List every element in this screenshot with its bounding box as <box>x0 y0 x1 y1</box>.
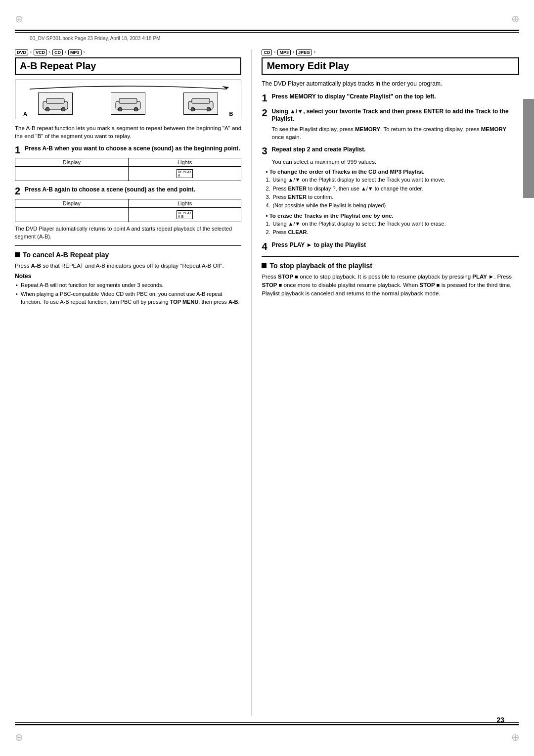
step-2-left: 2 Press A-B again to choose a scene (sou… <box>15 186 241 240</box>
svg-point-4 <box>61 107 65 111</box>
bullet1-item3: Press ENTER to confirm. <box>266 193 519 201</box>
corner-mark-tl: ⊕ <box>12 12 26 26</box>
corner-mark-br: ⊕ <box>508 730 522 744</box>
svg-rect-6 <box>119 98 137 103</box>
stop-section: To stop playback of the playlist Press S… <box>262 262 519 298</box>
badge-vcd: VCD <box>34 49 47 55</box>
badge-cd: CD <box>52 49 63 55</box>
note-2: When playing a PBC-compatible Video CD w… <box>15 290 241 306</box>
top-border <box>15 30 519 34</box>
black-square-icon <box>15 252 20 257</box>
rbadge-cd: CD <box>262 49 272 55</box>
car-image-3 <box>183 93 218 115</box>
right-format-badges: CD› MP3› JPEG› <box>262 49 519 55</box>
ab-repeat-title-box: A-B Repeat Play <box>15 57 241 75</box>
col-display-2: Display <box>15 199 129 207</box>
rstep2-body: To see the Playlist display, press MEMOR… <box>271 125 519 141</box>
ab-curve-arrow <box>25 83 231 90</box>
rstep4-title: Press PLAY ► to play the Playlist <box>271 241 366 249</box>
right-step-1: 1 Press MEMORY to display "Create Playli… <box>262 93 519 103</box>
notes-title: Notes <box>15 273 241 280</box>
car-image-2 <box>111 93 145 115</box>
stop-section-header: To stop playback of the playlist <box>262 262 519 270</box>
right-divider <box>262 256 519 257</box>
main-content: DVD› VCD› CD› MP3› A-B Repeat Play <box>15 49 519 716</box>
repeat-ab-badge: REPEATA-B <box>177 210 193 219</box>
right-intro: The DVD Player automatically plays track… <box>262 80 519 88</box>
svg-point-7 <box>118 107 122 111</box>
right-index-tab <box>523 99 534 198</box>
car-image-1 <box>38 93 73 115</box>
right-column: CD› MP3› JPEG› Memory Edit Play The DVD … <box>252 49 519 716</box>
bullet-section-1: • To change the order of Tracks in the C… <box>266 169 519 210</box>
stop-text: Press STOP ■ once to stop playback. It i… <box>262 273 519 298</box>
file-info: 00_DV-SP301.book Page 23 Friday, April 1… <box>30 36 160 41</box>
left-format-badges: DVD› VCD› CD› MP3› <box>15 49 241 55</box>
rstep1-num: 1 <box>262 93 269 103</box>
svg-rect-10 <box>192 98 210 103</box>
right-step-4: 4 Press PLAY ► to play the Playlist <box>262 241 519 251</box>
cancel-title: To cancel A-B Repeat play <box>23 251 109 259</box>
car-svg-1 <box>41 95 70 111</box>
car-svg-3 <box>186 95 216 111</box>
display-table-step2: Display Lights REPEATA-B <box>15 199 241 222</box>
divider-1 <box>15 245 241 246</box>
cancel-text: Press A-B so that REPEAT and A-B indicat… <box>15 262 241 270</box>
bullet2-title: • To erase the Tracks in the Playlist on… <box>266 213 519 219</box>
rstep2-num: 2 <box>262 108 269 118</box>
display-cell-2 <box>15 208 129 222</box>
rstep3-body: You can select a maximum of 999 values. <box>271 158 519 166</box>
bullet2-item2: Press CLEAR. <box>266 229 519 236</box>
ab-repeat-title: A-B Repeat Play <box>20 60 236 72</box>
label-b: B <box>229 111 233 117</box>
left-column: DVD› VCD› CD› MP3› A-B Repeat Play <box>15 49 252 716</box>
step2-note: The DVD Player automatically returns to … <box>15 225 241 240</box>
step1-title: Press A-B when you want to choose a scen… <box>25 145 240 153</box>
cancel-section-header: To cancel A-B Repeat play <box>15 251 241 259</box>
notes-section: Notes Repeat A-B will not function for s… <box>15 273 241 306</box>
step2-title: Press A-B again to choose a scene (sound… <box>25 186 195 194</box>
svg-point-12 <box>207 107 211 111</box>
ab-diagram: A B <box>15 80 241 119</box>
car-svg-2 <box>113 95 143 111</box>
lights-cell-2: REPEATA-B <box>129 208 241 222</box>
page-number: 23 <box>496 716 504 724</box>
bullet1-list: Using ▲/▼ on the Playlist display to sel… <box>266 176 519 210</box>
bullet1-item1: Using ▲/▼ on the Playlist display to sel… <box>266 176 519 184</box>
memory-edit-title: Memory Edit Play <box>267 60 514 72</box>
bullet-section-2: • To erase the Tracks in the Playlist on… <box>266 213 519 236</box>
stop-black-square <box>262 263 267 268</box>
rstep2-title: Using ▲/▼, select your favorite Track an… <box>271 108 519 123</box>
bullet2-list: Using ▲/▼ on the Playlist display to sel… <box>266 220 519 236</box>
ab-bold: A-B <box>31 263 41 269</box>
svg-point-8 <box>134 107 138 111</box>
rstep3-num: 3 <box>262 146 269 156</box>
repeat-a-badge: REPEATA <box>177 169 193 178</box>
lights-cell-1: REPEATA <box>129 167 241 181</box>
svg-rect-2 <box>46 98 64 103</box>
memory-edit-title-box: Memory Edit Play <box>262 57 519 75</box>
rbadge-jpeg: JPEG <box>296 49 312 55</box>
rbadge-mp3: MP3 <box>277 49 291 55</box>
svg-point-11 <box>191 107 195 111</box>
col-lights-2: Lights <box>129 199 241 207</box>
display-table-step1: Display Lights REPEATA <box>15 158 241 181</box>
bullet2-item1: Using ▲/▼ on the Playlist display to sel… <box>266 220 519 228</box>
bullet1-title: • To change the order of Tracks in the C… <box>266 169 519 175</box>
right-step-2: 2 Using ▲/▼, select your favorite Track … <box>262 108 519 141</box>
rstep4-num: 4 <box>262 241 269 251</box>
rstep1-title: Press MEMORY to display "Create Playlist… <box>271 93 436 101</box>
svg-point-3 <box>45 107 49 111</box>
corner-mark-tr: ⊕ <box>508 12 522 26</box>
notes-list: Repeat A-B will not function for segment… <box>15 282 241 306</box>
col-lights: Lights <box>129 158 241 166</box>
badge-mp3: MP3 <box>68 49 82 55</box>
bullet1-item4: (Not possible while the Playlist is bein… <box>266 202 519 209</box>
label-a: A <box>23 111 27 117</box>
step-1: 1 Press A-B when you want to choose a sc… <box>15 145 241 181</box>
step1-num: 1 <box>15 145 23 155</box>
right-step-3: 3 Repeat step 2 and create Playlist. You… <box>262 146 519 236</box>
rstep3-title: Repeat step 2 and create Playlist. <box>271 146 365 154</box>
col-display: Display <box>15 158 129 166</box>
step2-num: 2 <box>15 186 23 196</box>
